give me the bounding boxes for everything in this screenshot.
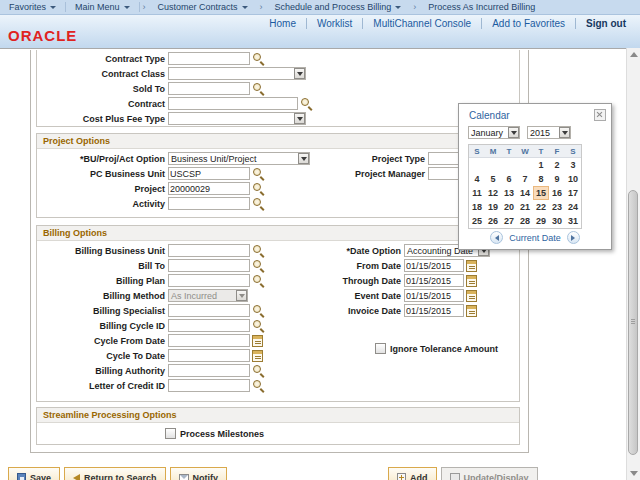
lookup-icon[interactable] <box>252 82 265 95</box>
breadcrumb-item-customer-contracts[interactable]: Customer Contracts <box>149 0 257 14</box>
billing-specialist-input[interactable] <box>168 304 250 317</box>
process-milestones-checkbox[interactable] <box>165 428 176 439</box>
notify-button[interactable]: Notify <box>170 467 228 480</box>
calendar-day-cell[interactable]: 24 <box>565 200 581 214</box>
invoice-date-input[interactable] <box>404 304 464 317</box>
billing-authority-input[interactable] <box>168 364 250 377</box>
ignore-tolerance-checkbox[interactable] <box>375 343 386 354</box>
contract-class-select[interactable] <box>168 67 306 80</box>
lookup-icon[interactable] <box>252 197 265 210</box>
lookup-icon[interactable] <box>252 274 265 287</box>
breadcrumb-item-main-menu[interactable]: Main Menu <box>66 0 139 14</box>
through-date-input[interactable] <box>404 274 464 287</box>
calendar-icon[interactable] <box>466 260 477 272</box>
contract-input[interactable] <box>168 97 298 110</box>
calendar-day-cell[interactable]: 20 <box>501 200 517 214</box>
lookup-icon[interactable] <box>252 259 265 272</box>
sign-out-link[interactable]: Sign out <box>575 18 636 29</box>
calendar-day-cell[interactable]: 6 <box>501 172 517 186</box>
calendar-day-cell[interactable]: 31 <box>565 214 581 228</box>
multichannel-console-link[interactable]: MultiChannel Console <box>362 18 481 29</box>
calendar-day-cell[interactable]: 21 <box>517 200 533 214</box>
calendar-day-cell[interactable]: 23 <box>549 200 565 214</box>
lookup-icon[interactable] <box>252 244 265 257</box>
scroll-down-icon[interactable] <box>630 471 638 476</box>
select-arrow-icon[interactable] <box>294 68 305 79</box>
calendar-icon[interactable] <box>466 275 477 287</box>
cycle-to-date-input[interactable] <box>168 349 250 362</box>
calendar-day-cell[interactable]: 8 <box>533 172 549 186</box>
calendar-icon[interactable] <box>252 350 263 362</box>
letter-of-credit-id-input[interactable] <box>168 379 250 392</box>
calendar-day-cell[interactable]: 1 <box>533 158 549 172</box>
cost-plus-fee-type-select[interactable] <box>168 112 306 125</box>
breadcrumb-item-schedule-process-billing[interactable]: Schedule and Process Billing <box>266 0 411 14</box>
current-date-link[interactable]: Current Date <box>509 233 561 243</box>
add-button[interactable]: Add <box>388 467 437 480</box>
calendar-icon[interactable] <box>466 290 477 302</box>
calendar-day-cell[interactable]: 30 <box>549 214 565 228</box>
calendar-day-cell[interactable]: 5 <box>485 172 501 186</box>
calendar-icon[interactable] <box>466 305 477 317</box>
lookup-icon[interactable] <box>300 97 313 110</box>
from-date-input[interactable] <box>404 259 464 272</box>
select-arrow-icon[interactable] <box>559 127 570 138</box>
calendar-day-cell[interactable]: 12 <box>485 186 501 200</box>
billing-plan-input[interactable] <box>168 274 250 287</box>
pc-business-unit-input[interactable] <box>168 167 250 180</box>
lookup-icon[interactable] <box>252 182 265 195</box>
scrollbar-thumb[interactable] <box>628 190 638 455</box>
calendar-day-cell[interactable]: 9 <box>549 172 565 186</box>
calendar-day-cell[interactable]: 7 <box>517 172 533 186</box>
home-link[interactable]: Home <box>259 18 306 29</box>
billing-business-unit-input[interactable] <box>168 244 250 257</box>
lookup-icon[interactable] <box>252 167 265 180</box>
vertical-scrollbar[interactable] <box>626 48 640 480</box>
calendar-day-cell[interactable]: 11 <box>469 186 485 200</box>
calendar-day-cell[interactable]: 22 <box>533 200 549 214</box>
calendar-day-cell[interactable]: 14 <box>517 186 533 200</box>
billing-cycle-id-input[interactable] <box>168 319 250 332</box>
calendar-day-cell[interactable]: 25 <box>469 214 485 228</box>
calendar-day-cell[interactable]: 10 <box>565 172 581 186</box>
calendar-month-select[interactable]: January <box>468 126 520 139</box>
calendar-day-cell[interactable]: 2 <box>549 158 565 172</box>
calendar-day-cell[interactable]: 3 <box>565 158 581 172</box>
close-icon[interactable] <box>594 109 606 121</box>
calendar-day-cell[interactable]: 16 <box>549 186 565 200</box>
lookup-icon[interactable] <box>252 52 265 65</box>
calendar-day-cell[interactable]: 15 <box>533 186 549 200</box>
save-button[interactable]: Save <box>8 467 60 480</box>
event-date-input[interactable] <box>404 289 464 302</box>
calendar-day-cell[interactable]: 17 <box>565 186 581 200</box>
sold-to-input[interactable] <box>168 82 250 95</box>
worklist-link[interactable]: Worklist <box>306 18 362 29</box>
contract-type-input[interactable] <box>168 52 250 65</box>
lookup-icon[interactable] <box>252 364 265 377</box>
calendar-icon[interactable] <box>252 335 263 347</box>
scroll-up-icon[interactable] <box>630 52 638 57</box>
lookup-icon[interactable] <box>252 319 265 332</box>
calendar-day-cell[interactable]: 29 <box>533 214 549 228</box>
next-date-icon[interactable] <box>567 231 580 244</box>
calendar-day-cell[interactable]: 27 <box>501 214 517 228</box>
breadcrumb-item-favorites[interactable]: Favorites <box>0 0 65 14</box>
select-arrow-icon[interactable] <box>508 127 519 138</box>
calendar-day-cell[interactable]: 28 <box>517 214 533 228</box>
return-to-search-button[interactable]: Return to Search <box>64 467 166 480</box>
project-input[interactable] <box>168 182 250 195</box>
activity-input[interactable] <box>168 197 250 210</box>
lookup-icon[interactable] <box>252 304 265 317</box>
calendar-day-cell[interactable]: 26 <box>485 214 501 228</box>
calendar-year-select[interactable]: 2015 <box>527 126 571 139</box>
calendar-day-cell[interactable]: 19 <box>485 200 501 214</box>
calendar-day-cell[interactable]: 4 <box>469 172 485 186</box>
cycle-from-date-input[interactable] <box>168 334 250 347</box>
calendar-day-cell[interactable]: 18 <box>469 200 485 214</box>
calendar-day-cell[interactable]: 13 <box>501 186 517 200</box>
select-arrow-icon[interactable] <box>294 113 305 124</box>
lookup-icon[interactable] <box>252 379 265 392</box>
previous-date-icon[interactable] <box>490 231 503 244</box>
add-to-favorites-link[interactable]: Add to Favorites <box>481 18 575 29</box>
bill-to-input[interactable] <box>168 259 250 272</box>
